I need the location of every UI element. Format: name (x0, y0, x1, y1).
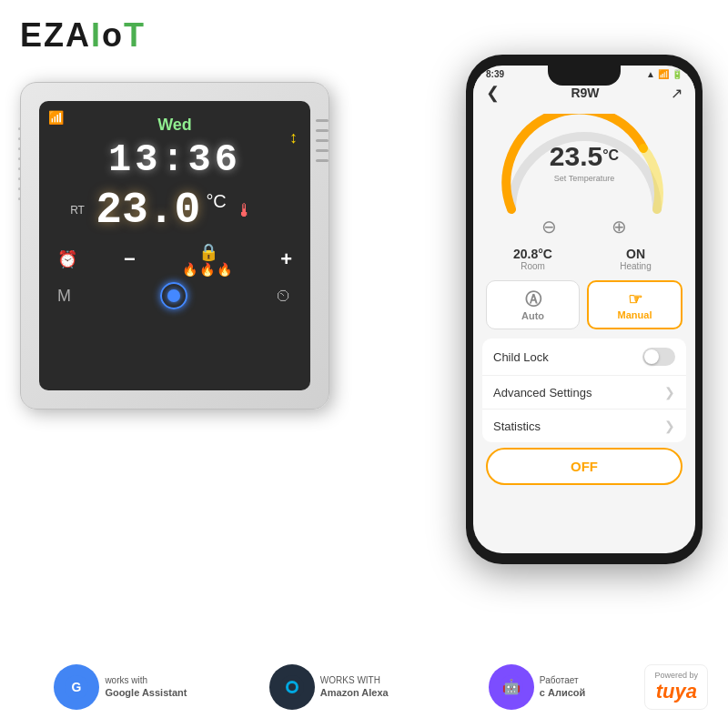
google-assistant-partner: G works with Google Assistant (20, 664, 221, 710)
vent (316, 119, 329, 122)
alice-text: Работает с Алисой (540, 674, 585, 699)
alice-line2: с Алисой (540, 687, 585, 698)
status-icons: ▲ 📶 🔋 (646, 69, 682, 79)
svg-point-4 (288, 683, 296, 691)
heating-label: Heating (589, 261, 682, 271)
arrow-icon: ❯ (664, 419, 675, 433)
celsius-unit: °C (206, 191, 226, 212)
set-temp-label: Set Temperature (550, 174, 619, 183)
plus-button[interactable]: + (280, 248, 292, 271)
mode-circle-button[interactable] (160, 282, 187, 309)
alexa-text: WORKS WITH Amazon Alexa (320, 674, 389, 699)
mode-circle-inner (167, 289, 180, 302)
lock-flame-group: 🔒 🔥🔥🔥 (182, 242, 234, 277)
room-label: Room (486, 261, 580, 271)
room-temp-value: 20.8°C (486, 247, 580, 261)
status-time: 8:39 (486, 69, 504, 79)
gauge-area: 23.5°C Set Temperature ⊖ ⊕ (473, 106, 695, 241)
device-title: R9W (571, 86, 599, 100)
alice-logo-svg: 🤖 (499, 674, 524, 700)
vents-right (316, 119, 329, 162)
day-display: Wed (157, 116, 192, 135)
manual-mode-button[interactable]: ☞ Manual (587, 280, 682, 329)
edit-button[interactable]: ↗ (671, 85, 682, 102)
lock-icon: 🔒 (198, 242, 218, 262)
wifi-icon: 📶 (48, 110, 64, 125)
bottom-controls: ⏰ − 🔒 🔥🔥🔥 + (50, 242, 299, 277)
alice-logo: 🤖 (489, 664, 534, 710)
amazon-alexa-partner: WORKS WITH Amazon Alexa (228, 664, 430, 710)
m-button[interactable]: M (57, 287, 71, 306)
vent (316, 139, 329, 142)
child-lock-label: Child Lock (493, 350, 549, 364)
alexa-line1: WORKS WITH (320, 674, 389, 686)
tuya-badge: Powered by tuya (644, 664, 708, 710)
gauge-plus-button[interactable]: ⊕ (612, 216, 627, 238)
gauge-svg: 23.5°C Set Temperature (493, 114, 675, 214)
google-line1: works with (105, 674, 187, 686)
toggle-knob (644, 349, 659, 364)
manual-label: Manual (618, 309, 652, 320)
advanced-settings-item[interactable]: Advanced Settings ❯ (482, 376, 686, 410)
alexa-logo-svg (279, 674, 305, 700)
time-display: 13:36 (108, 138, 241, 182)
temp-value: 23.0 (96, 186, 200, 235)
vent (316, 129, 329, 132)
person-icon: ↕ (289, 128, 298, 147)
phone-screen: 8:39 ▲ 📶 🔋 ❮ R9W ↗ (473, 66, 695, 553)
rt-label: RT (70, 204, 85, 217)
google-line2: Google Assistant (105, 687, 187, 698)
logo: EZAIoT (20, 16, 146, 55)
alexa-line2: Amazon Alexa (320, 687, 389, 698)
room-temp-card: 20.8°C Room (486, 247, 580, 271)
wifi-status-icon: 📶 (658, 69, 669, 79)
back-button[interactable]: ❮ (486, 83, 500, 103)
google-logo-svg: G (64, 674, 89, 700)
svg-text:🤖: 🤖 (502, 678, 521, 695)
gauge-temp-value: 23.5 (550, 141, 602, 171)
flame-icon: 🔥🔥🔥 (182, 262, 234, 277)
powered-by-label: Powered by (654, 671, 698, 680)
alexa-logo (269, 664, 315, 710)
child-lock-item[interactable]: Child Lock (482, 339, 686, 376)
mode-row: M ⏲ (50, 282, 299, 309)
timer-icon[interactable]: ⏲ (276, 287, 292, 306)
auto-mode-button[interactable]: Ⓐ Auto (486, 280, 580, 329)
gauge-temp-unit: °C (602, 147, 619, 163)
tuya-logo: tuya (656, 680, 697, 703)
minus-button[interactable]: − (124, 248, 136, 271)
partner-row: G works with Google Assistant WORKS WITH… (20, 664, 708, 710)
child-lock-toggle[interactable] (642, 348, 675, 366)
display-screen: 📶 Wed ↕ 13:36 RT 23.0 °C 🌡 ⏰ − 🔒 (39, 101, 310, 390)
gauge-minus-button[interactable]: ⊖ (541, 216, 557, 238)
vent (316, 159, 329, 162)
phone-body: 8:39 ▲ 📶 🔋 ❮ R9W ↗ (466, 55, 703, 564)
statistics-label: Statistics (493, 420, 541, 433)
google-logo: G (54, 664, 99, 710)
phone-container: 8:39 ▲ 📶 🔋 ❮ R9W ↗ (466, 55, 712, 582)
thermostat-body: 📶 Wed ↕ 13:36 RT 23.0 °C 🌡 ⏰ − 🔒 (20, 82, 329, 410)
gauge-temp-display: 23.5°C Set Temperature (550, 141, 619, 183)
temp-row: RT 23.0 °C 🌡 (96, 186, 254, 235)
alice-partner: 🤖 Работает с Алисой (437, 664, 638, 710)
statistics-item[interactable]: Statistics ❯ (482, 410, 686, 442)
thermostat-device: 📶 Wed ↕ 13:36 RT 23.0 °C 🌡 ⏰ − 🔒 (20, 82, 366, 446)
heating-status-card: ON Heating (589, 247, 682, 271)
battery-icon: 🔋 (672, 69, 682, 79)
signal-icon: ▲ (646, 69, 655, 79)
heating-status-value: ON (589, 247, 682, 261)
gauge-controls: ⊖ ⊕ (541, 216, 627, 238)
info-row: 20.8°C Room ON Heating (473, 241, 695, 277)
mode-buttons-row: Ⓐ Auto ☞ Manual (473, 277, 695, 333)
google-text: works with Google Assistant (105, 674, 187, 699)
svg-text:G: G (72, 680, 82, 694)
clock-icon[interactable]: ⏰ (57, 249, 77, 269)
arrow-icon: ❯ (664, 385, 675, 399)
manual-icon: ☞ (592, 289, 677, 309)
logo-text: EZAIoT (20, 16, 146, 55)
thermometer-icon: 🌡 (236, 200, 254, 221)
auto-icon: Ⓐ (490, 288, 575, 310)
phone-notch (548, 66, 621, 86)
settings-list: Child Lock Advanced Settings ❯ Statistic… (482, 339, 686, 442)
off-button[interactable]: OFF (486, 448, 682, 485)
